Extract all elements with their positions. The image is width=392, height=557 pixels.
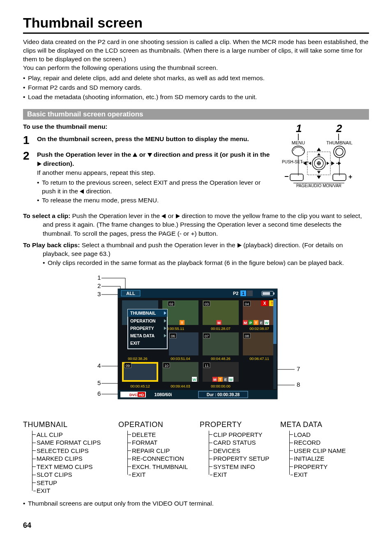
svg-point-8 bbox=[336, 148, 343, 155]
triangle-up-icon bbox=[133, 153, 137, 157]
intro-bullet: Format P2 cards and SD memory cards. bbox=[23, 83, 369, 92]
tree-item: DEVICES bbox=[209, 447, 279, 455]
svg-text:!: ! bbox=[271, 301, 273, 306]
minus-label: − bbox=[284, 172, 289, 181]
play-clip-para: To Play back clips: Select a thumbnail a… bbox=[23, 241, 369, 258]
svg-marker-17 bbox=[317, 171, 321, 174]
tree-item: EXIT bbox=[128, 471, 198, 479]
svg-marker-16 bbox=[317, 153, 321, 155]
svg-text:09: 09 bbox=[126, 364, 130, 368]
svg-text:00:01:28.07: 00:01:28.07 bbox=[211, 327, 231, 331]
svg-marker-32 bbox=[238, 243, 242, 248]
tree-item: SLOT CLIPS bbox=[32, 471, 117, 479]
svg-text:11: 11 bbox=[205, 364, 209, 368]
menu-label: MENU bbox=[292, 140, 305, 145]
svg-text:8: 8 bbox=[297, 381, 300, 388]
svg-text:3: 3 bbox=[97, 290, 101, 297]
svg-text:0:00:55.11: 0:00:55.11 bbox=[167, 327, 184, 331]
tree-item: SETUP bbox=[32, 479, 117, 487]
tree-item: EXCH. THUMBNAIL bbox=[128, 463, 198, 471]
tree-item: RE-CONNECTION bbox=[128, 455, 198, 463]
panel-diagram: 1 2 MENU THUMBNAIL PUSH-SET bbox=[274, 123, 369, 209]
svg-text:Dur : 00:00:39.28: Dur : 00:00:39.28 bbox=[207, 392, 240, 397]
tree-title: OPERATION bbox=[118, 420, 198, 429]
svg-text:1: 1 bbox=[97, 274, 101, 281]
svg-text:5: 5 bbox=[97, 379, 101, 386]
svg-text:04: 04 bbox=[245, 302, 249, 306]
tree-title: META DATA bbox=[280, 420, 358, 429]
svg-marker-20 bbox=[317, 148, 321, 151]
svg-text:THUMBNAIL: THUMBNAIL bbox=[130, 311, 156, 316]
svg-rect-142 bbox=[273, 299, 277, 344]
svg-text:T: T bbox=[181, 321, 183, 325]
svg-text:06: 06 bbox=[171, 334, 175, 338]
svg-marker-30 bbox=[161, 214, 166, 218]
svg-text:OPERATION: OPERATION bbox=[130, 318, 156, 323]
svg-text:00:02:08.07: 00:02:08.07 bbox=[249, 327, 269, 331]
tree-item: LOAD bbox=[290, 431, 358, 439]
tree-property: PROPERTY CLIP PROPERTY CARD STATUS DEVIC… bbox=[200, 420, 279, 495]
tree-item: FORMAT bbox=[128, 439, 198, 447]
svg-text:6: 6 bbox=[97, 390, 101, 397]
svg-text:W: W bbox=[193, 378, 196, 382]
svg-marker-19 bbox=[327, 162, 329, 165]
tree-title: PROPERTY bbox=[200, 420, 279, 429]
step-2-bullet-1: To return to the previous screen, select… bbox=[37, 178, 274, 196]
tree-item: REPAIR CLIP bbox=[128, 447, 198, 455]
step-2-lead-c: direction and press it (or push it in th… bbox=[152, 151, 270, 158]
select-clip-para: To select a clip: Push the Operation lev… bbox=[23, 211, 369, 238]
svg-text:07: 07 bbox=[205, 334, 209, 338]
tree-item: EXIT bbox=[209, 471, 279, 479]
svg-text:1: 1 bbox=[242, 291, 244, 296]
svg-text:00:02:38.26: 00:02:38.26 bbox=[128, 357, 148, 361]
tree-item: INITIALIZE bbox=[290, 455, 358, 463]
tree-item: EXIT bbox=[32, 487, 117, 495]
svg-text:ALL: ALL bbox=[126, 291, 135, 296]
tree-item: ALL CLIP bbox=[32, 431, 117, 439]
tree-item: EXIT bbox=[290, 471, 358, 479]
svg-text:T: T bbox=[219, 378, 221, 382]
svg-text:7: 7 bbox=[297, 365, 300, 372]
svg-point-7 bbox=[334, 146, 345, 158]
tree-operation: OPERATION DELETE FORMAT REPAIR CLIP RE-C… bbox=[118, 420, 198, 495]
intro-bullet: Load the metadata (shooting information,… bbox=[23, 92, 369, 102]
svg-text:M: M bbox=[244, 321, 247, 325]
tree-item: DELETE bbox=[128, 431, 198, 439]
svg-text:P: P bbox=[249, 321, 252, 325]
svg-text:E: E bbox=[260, 321, 263, 325]
step-2-bullet-2: To release the menu mode, press MENU. bbox=[37, 196, 274, 205]
svg-text:00:00:45:12: 00:00:45:12 bbox=[130, 384, 150, 388]
use-menu-heading: To use the thumbnail menu: bbox=[23, 123, 274, 130]
page: Thumbnail screen Video data created on t… bbox=[0, 0, 392, 542]
svg-text:W: W bbox=[265, 321, 269, 325]
tree-thumbnail: THUMBNAIL ALL CLIP SAME FORMAT CLIPS SEL… bbox=[23, 420, 117, 495]
svg-rect-61 bbox=[273, 292, 274, 295]
play-clip-label: To Play back clips: bbox=[23, 241, 82, 248]
tree-item: RECORD bbox=[290, 439, 358, 447]
tree-metadata: META DATA LOAD RECORD USER CLIP NAME INI… bbox=[280, 420, 358, 495]
svg-text:4: 4 bbox=[97, 362, 101, 369]
tree-item: TEXT MEMO CLIPS bbox=[32, 463, 117, 471]
step-2-lead-b: or bbox=[137, 151, 147, 158]
callout-2: 2 bbox=[336, 123, 342, 135]
svg-text:M: M bbox=[213, 378, 217, 382]
svg-text:P2: P2 bbox=[233, 291, 238, 296]
tree-item: PROPERTY bbox=[290, 463, 358, 471]
lcd-diagram: 1 2 3 4 5 6 7 8 ALL P2 1 bbox=[23, 273, 369, 413]
svg-rect-27 bbox=[290, 174, 303, 181]
svg-text:EXIT: EXIT bbox=[130, 341, 140, 346]
svg-text:X: X bbox=[263, 301, 266, 306]
tree-item: MARKED CLIPS bbox=[32, 455, 117, 463]
tree-item: SELECTED CLIPS bbox=[32, 447, 117, 455]
svg-marker-31 bbox=[176, 214, 180, 218]
svg-text:2: 2 bbox=[97, 282, 101, 289]
tree-title: THUMBNAIL bbox=[23, 420, 117, 429]
tree-item: SYSTEM INFO bbox=[209, 463, 279, 471]
section-heading: Basic thumbnail screen operations bbox=[23, 109, 369, 120]
tree-item: CLIP PROPERTY bbox=[209, 431, 279, 439]
callout-1: 1 bbox=[296, 123, 302, 135]
step-2: 2 Push the Operation lever in the or dir… bbox=[23, 150, 274, 204]
svg-marker-23 bbox=[331, 161, 334, 165]
svg-text:W: W bbox=[229, 378, 233, 382]
triangle-right-icon bbox=[37, 162, 42, 166]
